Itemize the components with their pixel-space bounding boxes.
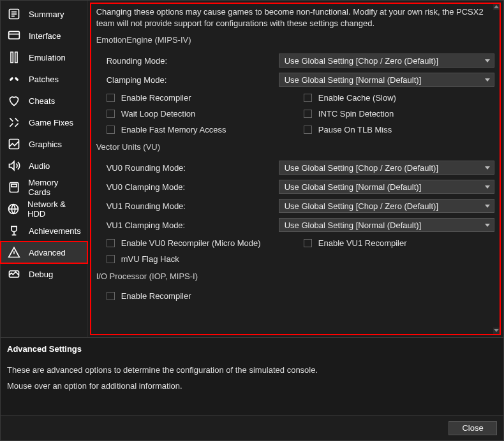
info-line-2: Mouse over an option for additional info… (7, 379, 497, 394)
sidebar-item-memory-cards[interactable]: Memory Cards (1, 177, 87, 198)
ee-intc-spin-detection[interactable]: INTC Spin Detection (304, 109, 494, 119)
sidebar-item-label: Advanced (29, 248, 66, 257)
svg-rect-8 (15, 52, 17, 63)
vu1-rounding-select[interactable]: Use Global Setting [Chop / Zero (Default… (279, 199, 494, 213)
ee-clamping-value: Use Global Setting [Normal (Default)] (285, 75, 422, 85)
sidebar-item-audio[interactable]: Audio (1, 155, 87, 177)
sidebar-item-label: Emulation (29, 53, 66, 62)
sidebar-item-patches[interactable]: Patches (1, 68, 87, 90)
sidebar-item-label: Achievements (29, 226, 81, 236)
info-title: Advanced Settings (7, 344, 497, 354)
chevron-down-icon (485, 59, 490, 62)
advanced-icon (7, 245, 21, 259)
sidebar-item-label: Interface (29, 31, 61, 41)
section-title-iop: I/O Processor (IOP, MIPS-I) (96, 271, 494, 281)
ee-enable-recompiler[interactable]: Enable Recompiler (107, 93, 297, 103)
vu0-enable-recompiler[interactable]: Enable VU0 Recompiler (Micro Mode) (107, 238, 297, 248)
vu0-clamping-select[interactable]: Use Global Setting [Normal (Default)] (279, 180, 494, 194)
sidebar-item-graphics[interactable]: Graphics (1, 133, 87, 155)
sidebar-item-label: Summary (29, 10, 64, 19)
sidebar-item-label: Memory Cards (28, 178, 80, 197)
ee-rounding-value: Use Global Setting [Chop / Zero (Default… (285, 56, 438, 66)
vu0-clamping-label: VU0 Clamping Mode: (107, 182, 279, 192)
graphics-icon (7, 137, 21, 151)
vu1-enable-recompiler[interactable]: Enable VU1 Recompiler (304, 238, 494, 248)
sidebar-item-label: Audio (29, 161, 50, 171)
sidebar-item-achievements[interactable]: Achievements (1, 220, 87, 242)
game-fixes-icon (7, 115, 21, 129)
info-line-1: These are advanced options to determine … (7, 363, 497, 379)
vu1-clamping-label: VU1 Clamping Mode: (107, 220, 279, 230)
emulation-icon (7, 50, 21, 64)
close-button[interactable]: Close (448, 421, 497, 435)
svg-rect-9 (9, 76, 13, 81)
svg-rect-11 (10, 140, 19, 149)
sidebar-item-label: Cheats (29, 96, 55, 106)
sidebar-item-label: Graphics (29, 140, 62, 149)
svg-rect-4 (9, 31, 20, 39)
vu1-clamping-select[interactable]: Use Global Setting [Normal (Default)] (279, 218, 494, 232)
sidebar-item-network-hdd[interactable]: Network & HDD (1, 198, 87, 220)
chevron-down-icon (485, 205, 490, 208)
summary-icon (7, 7, 21, 21)
sidebar-item-label: Network & HDD (27, 199, 81, 219)
achievements-icon (7, 224, 21, 238)
network-icon (7, 202, 20, 216)
ee-clamping-label: Clamping Mode: (107, 75, 279, 85)
audio-icon (7, 159, 21, 173)
iop-enable-recompiler[interactable]: Enable Recompiler (107, 291, 494, 301)
vu0-rounding-select[interactable]: Use Global Setting [Chop / Zero (Default… (279, 161, 494, 175)
memory-cards-icon (7, 180, 20, 194)
sidebar-item-summary[interactable]: Summary (1, 3, 87, 25)
ee-clamping-select[interactable]: Use Global Setting [Normal (Default)] (279, 73, 494, 87)
section-title-vu: Vector Units (VU) (96, 142, 494, 152)
warning-text: Changing these options may cause games t… (96, 6, 494, 33)
ee-pause-on-tlb-miss[interactable]: Pause On TLB Miss (304, 125, 494, 134)
chevron-down-icon (485, 185, 490, 189)
svg-rect-7 (11, 52, 13, 63)
sidebar-item-debug[interactable]: Debug (1, 263, 87, 285)
cheats-icon (7, 94, 21, 108)
sidebar-item-label: Game Fixes (29, 118, 73, 127)
sidebar-item-game-fixes[interactable]: Game Fixes (1, 112, 87, 133)
sidebar: Summary Interface Emulation Patches (1, 1, 88, 337)
svg-rect-10 (15, 76, 19, 81)
chevron-down-icon (485, 166, 490, 170)
ee-rounding-label: Rounding Mode: (107, 56, 279, 66)
chevron-down-icon (485, 224, 490, 227)
debug-icon (7, 267, 21, 281)
sidebar-item-cheats[interactable]: Cheats (1, 90, 87, 112)
sidebar-item-label: Patches (29, 75, 59, 84)
svg-rect-13 (11, 184, 16, 187)
section-title-ee: EmotionEngine (MIPS-IV) (96, 35, 494, 45)
ee-wait-loop-detection[interactable]: Wait Loop Detection (107, 109, 297, 119)
vu1-rounding-label: VU1 Rounding Mode: (107, 201, 279, 211)
patches-icon (7, 72, 21, 86)
scroll-down[interactable] (493, 328, 500, 334)
sidebar-item-interface[interactable]: Interface (1, 25, 87, 47)
sidebar-item-label: Debug (29, 270, 53, 279)
info-panel: Advanced Settings These are advanced opt… (1, 337, 503, 415)
ee-rounding-select[interactable]: Use Global Setting [Chop / Zero (Default… (279, 54, 494, 68)
mvu-flag-hack[interactable]: mVU Flag Hack (107, 254, 297, 264)
vu0-rounding-label: VU0 Rounding Mode: (107, 163, 279, 173)
chevron-down-icon (485, 78, 490, 82)
sidebar-item-advanced[interactable]: Advanced (1, 242, 87, 263)
ee-enable-cache[interactable]: Enable Cache (Slow) (304, 93, 494, 103)
interface-icon (7, 29, 21, 43)
ee-fast-memory-access[interactable]: Enable Fast Memory Access (107, 125, 297, 134)
settings-panel: Changing these options may cause games t… (90, 3, 501, 335)
scroll-up[interactable] (493, 4, 500, 10)
sidebar-item-emulation[interactable]: Emulation (1, 47, 87, 68)
dialog-footer: Close (1, 415, 503, 440)
